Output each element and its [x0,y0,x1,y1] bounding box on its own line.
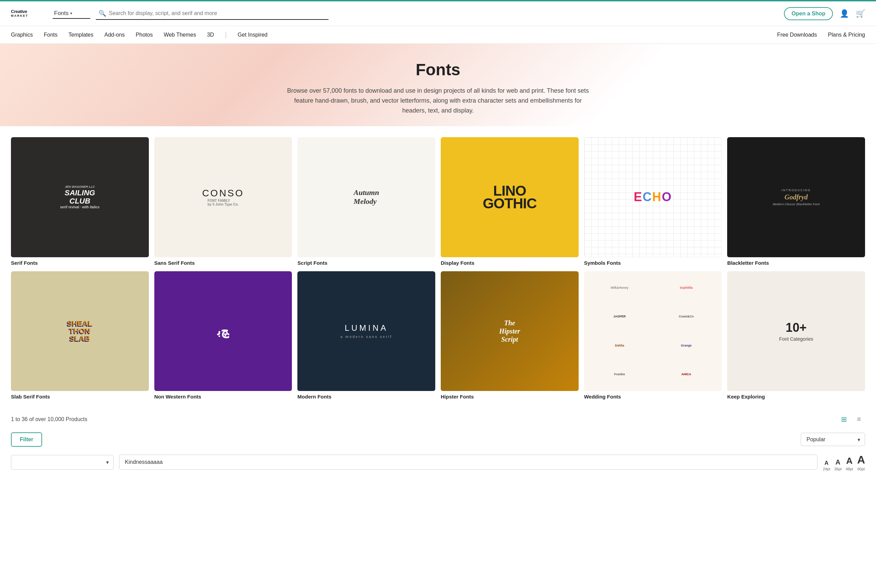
hero-description: Browse over 57,000 fonts to download and… [284,86,592,115]
categories-section: JEN WAGONER LLC SAILINGCLUB serif reviva… [0,126,876,413]
category-blackletter-label: Blackletter Fonts [727,260,865,266]
nav-item-templates[interactable]: Templates [68,32,93,38]
category-dropdown-label: Fonts [54,10,69,17]
category-explore[interactable]: 10+ Font Categories Keep Exploring [727,271,865,399]
category-modern-label: Modern Fonts [298,394,435,399]
hero-section: Fonts Browse over 57,000 fonts to downlo… [0,44,876,126]
grid-view-button[interactable]: ⊞ [838,413,850,426]
top-bar-right: Open a Shop 👤 🛒 [784,7,865,20]
category-hipster[interactable]: TheHipsterScript Hipster Fonts [441,271,578,399]
category-wedding[interactable]: Milk&Honey Sophitlia JASPER Coast&Co Dah… [584,271,722,399]
logo-text: Creative MARKET [11,9,29,18]
products-count: 1 to 36 of over 10,000 Products [11,416,87,423]
category-nonwestern-label: Non Western Fonts [154,394,292,399]
filter-sort-row: Filter Popular Newest Best Selling Price… [11,432,865,447]
category-display[interactable]: LINOGOTHIC Display Fonts [441,137,578,266]
nav-item-3d[interactable]: 3D [207,32,214,38]
categories-row-2: SHEALTHONSLAB Slab Serif Fonts ﭻﺑ Non We… [11,271,865,399]
nav-item-addons[interactable]: Add-ons [104,32,125,38]
search-bar: 🔍 [96,8,329,20]
header: Creative MARKET Fonts ▾ 🔍 Open a Shop 👤 … [0,2,876,26]
cart-icon[interactable]: 🛒 [856,9,865,18]
search-input[interactable] [109,10,326,16]
category-sans-label: Sans Serif Fonts [154,260,292,266]
nav-item-photos[interactable]: Photos [136,32,153,38]
preview-row: A 24pt A 36pt A 48pt A 60pt [11,454,865,477]
category-hipster-label: Hipster Fonts [441,394,578,399]
nav-item-graphics[interactable]: Graphics [11,32,33,38]
category-symbols[interactable]: ECHO Symbols Fonts [584,137,722,266]
size-60-button[interactable]: A 60pt [857,454,865,471]
category-serif[interactable]: JEN WAGONER LLC SAILINGCLUB serif reviva… [11,137,149,266]
category-sans[interactable]: CONSO FONT FAMILYby 5 John Type Co. Sans… [154,137,292,266]
preview-select-wrapper [11,455,114,470]
category-slab-label: Slab Serif Fonts [11,394,149,399]
category-script-label: Script Fonts [298,260,435,266]
explore-text: Font Categories [779,336,813,342]
list-view-button[interactable]: ≡ [853,413,865,426]
nav-item-inspired[interactable]: Get Inspired [238,32,267,38]
categories-row-1: JEN WAGONER LLC SAILINGCLUB serif reviva… [11,137,865,266]
sort-wrapper: Popular Newest Best Selling Price: Low t… [801,433,865,446]
nav-item-webthemes[interactable]: Web Themes [164,32,196,38]
user-icon[interactable]: 👤 [840,9,849,18]
size-buttons: A 24pt A 36pt A 48pt A 60pt [823,454,865,471]
nav-bar: Graphics Fonts Templates Add-ons Photos … [0,26,876,44]
explore-number: 10+ [786,321,807,335]
category-nonwestern[interactable]: ﭻﺑ Non Western Fonts [154,271,292,399]
nav-item-fonts[interactable]: Fonts [44,32,57,38]
products-section: 1 to 36 of over 10,000 Products ⊞ ≡ Filt… [0,413,876,477]
category-blackletter[interactable]: INTRODUCING Godfryd Modern Classic Black… [727,137,865,266]
category-slab[interactable]: SHEALTHONSLAB Slab Serif Fonts [11,271,149,399]
nav-separator: | [225,31,227,39]
category-serif-label: Serif Fonts [11,260,149,266]
category-dropdown[interactable]: Fonts ▾ [53,9,90,19]
nav-item-plans[interactable]: Plans & Pricing [828,32,865,38]
sort-select[interactable]: Popular Newest Best Selling Price: Low t… [801,433,865,446]
size-48-button[interactable]: A 48pt [846,456,853,471]
view-toggle: ⊞ ≡ [838,413,865,426]
page-title: Fonts [11,60,865,79]
filter-button[interactable]: Filter [11,432,42,447]
category-display-label: Display Fonts [441,260,578,266]
search-icon: 🔍 [99,10,106,17]
chevron-down-icon: ▾ [70,11,72,16]
category-explore-label: Keep Exploring [727,394,865,399]
nav-right: Free Downloads Plans & Pricing [777,32,865,38]
preview-text-input[interactable] [119,454,817,470]
size-24-button[interactable]: A 24pt [823,460,830,471]
products-header: 1 to 36 of over 10,000 Products ⊞ ≡ [11,413,865,426]
category-wedding-label: Wedding Fonts [584,394,722,399]
category-symbols-label: Symbols Fonts [584,260,722,266]
category-modern[interactable]: LUMINA a modern sans serif Modern Fonts [298,271,435,399]
size-36-button[interactable]: A 36pt [834,458,841,471]
open-shop-button[interactable]: Open a Shop [784,7,833,20]
preview-text-select[interactable] [11,455,114,470]
nav-item-free-downloads[interactable]: Free Downloads [777,32,817,38]
logo[interactable]: Creative MARKET [11,9,42,18]
category-script[interactable]: AutumnMelody Script Fonts [298,137,435,266]
